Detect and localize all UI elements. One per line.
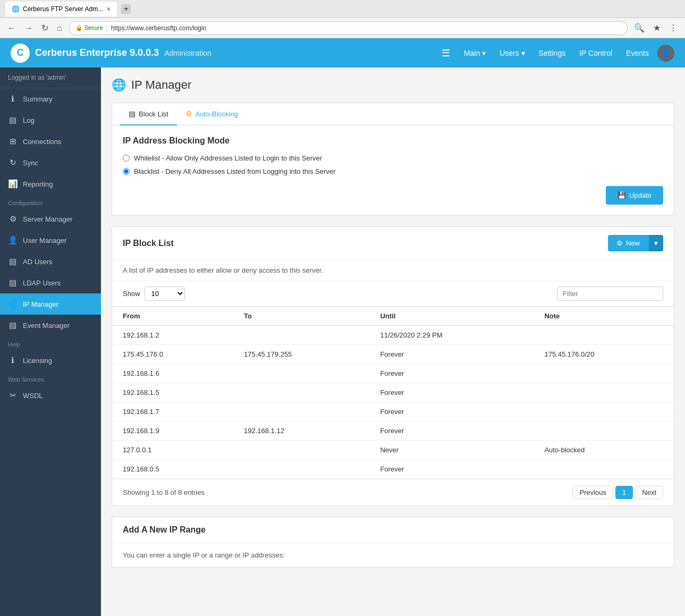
- block-mode-card: ▤ Block List ⚙ Auto-Blocking IP Address …: [112, 103, 674, 216]
- logo-icon: C: [11, 44, 30, 63]
- cell-note: [534, 383, 674, 402]
- table-row[interactable]: 192.168.1.5 Forever: [112, 383, 674, 402]
- blacklist-radio[interactable]: [123, 168, 130, 175]
- home-btn[interactable]: ⌂: [55, 21, 64, 35]
- sidebar-item-label: Summary: [23, 95, 53, 103]
- cell-from: 192.168.1.2: [112, 326, 233, 345]
- users-menu-btn[interactable]: Users ▾: [494, 46, 530, 61]
- cell-to: [233, 364, 369, 383]
- blacklist-option[interactable]: Blacklist - Deny All Addresses Listed fr…: [123, 167, 663, 175]
- sidebar-item-licensing[interactable]: ℹ Licensing: [0, 350, 101, 371]
- main-menu-btn[interactable]: Main ▾: [459, 46, 491, 61]
- table-row[interactable]: 192.168.1.6 Forever: [112, 364, 674, 383]
- sidebar: Logged in as 'admin' ℹ Summary ▤ Log ⊞ C…: [0, 67, 101, 616]
- ip-control-btn[interactable]: IP Control: [574, 46, 618, 61]
- hamburger-btn[interactable]: ☰: [436, 44, 455, 62]
- cell-note: [534, 421, 674, 441]
- cell-to: 175.45.179.255: [233, 345, 369, 364]
- add-ip-header: Add A New IP Range: [112, 517, 674, 543]
- filter-input[interactable]: [557, 286, 663, 301]
- whitelist-radio[interactable]: [123, 155, 130, 162]
- back-btn[interactable]: ←: [5, 21, 18, 35]
- cell-to: [233, 441, 369, 460]
- new-tab-btn[interactable]: +: [121, 4, 131, 14]
- browser-nav-bar: ← → ↻ ⌂ 🔒 Secure | https://www.cerberusf…: [0, 18, 685, 38]
- url-text: https://www.cerberusftp.com/login: [111, 24, 206, 32]
- sidebar-item-label: Server Manager: [23, 215, 72, 223]
- col-note: Note: [534, 307, 674, 326]
- sync-icon: ↻: [8, 158, 18, 167]
- sidebar-item-ad-users[interactable]: ▤ AD Users: [0, 251, 101, 272]
- webservices-section-label: Web Services: [0, 371, 101, 385]
- tab-close-icon[interactable]: ×: [106, 5, 111, 13]
- sidebar-item-wsdl[interactable]: ✂ WSDL: [0, 385, 101, 406]
- col-to: To: [233, 307, 369, 326]
- cell-to: [233, 460, 369, 479]
- sidebar-item-log[interactable]: ▤ Log: [0, 109, 101, 131]
- new-btn-dropdown[interactable]: ▾: [648, 235, 663, 251]
- main-layout: Logged in as 'admin' ℹ Summary ▤ Log ⊞ C…: [0, 67, 685, 616]
- secure-badge: 🔒 Secure: [75, 24, 103, 31]
- sidebar-item-user-manager[interactable]: 👤 User Manager: [0, 230, 101, 251]
- cell-until: Forever: [369, 402, 534, 421]
- sidebar-item-label: Licensing: [23, 357, 52, 365]
- page-1-btn[interactable]: 1: [615, 486, 633, 499]
- cell-to: [233, 383, 369, 402]
- gear-icon: ⚙: [616, 239, 623, 247]
- cell-note: [534, 460, 674, 479]
- table-row[interactable]: 192.168.1.9 192.168.1.12 Forever: [112, 421, 674, 441]
- connections-icon: ⊞: [8, 137, 18, 146]
- page-title-text: IP Manager: [131, 78, 191, 92]
- search-icon[interactable]: 🔍: [632, 21, 647, 35]
- col-from: From: [112, 307, 233, 326]
- table-row[interactable]: 192.168.0.5 Forever: [112, 460, 674, 479]
- tab-block-list[interactable]: ▤ Block List: [120, 103, 177, 125]
- hamburger-icon: ☰: [442, 47, 450, 59]
- table-row[interactable]: 127.0.0.1 Never Auto-blocked: [112, 441, 674, 460]
- cell-to: 192.168.1.12: [233, 421, 369, 441]
- whitelist-option[interactable]: Whitelist - Allow Only Addresses Listed …: [123, 154, 663, 162]
- table-row[interactable]: 175.45.176.0 175.45.179.255 Forever 175.…: [112, 345, 674, 364]
- block-list-tab-icon: ▤: [129, 109, 136, 118]
- sidebar-item-ip-manager[interactable]: 🌐 IP Manager: [0, 293, 101, 315]
- cell-note: 175.45.176.0/20: [534, 345, 674, 364]
- sidebar-item-ldap-users[interactable]: ▤ LDAP Users: [0, 272, 101, 293]
- server-manager-icon: ⚙: [8, 214, 18, 224]
- user-avatar[interactable]: 👤: [657, 45, 674, 62]
- blocking-mode-options: Whitelist - Allow Only Addresses Listed …: [123, 154, 663, 175]
- browser-menu-icon[interactable]: ⋮: [667, 21, 680, 35]
- tab-auto-blocking[interactable]: ⚙ Auto-Blocking: [177, 103, 247, 125]
- cell-until: Forever: [369, 460, 534, 479]
- cell-to: [233, 326, 369, 345]
- show-select[interactable]: 10 25 50 100: [145, 286, 185, 301]
- sidebar-item-event-manager[interactable]: ▤ Event Manager: [0, 315, 101, 336]
- browser-tab[interactable]: 🌐 Cerberus FTP Server Adm... ×: [5, 2, 117, 16]
- sidebar-item-connections[interactable]: ⊞ Connections: [0, 131, 101, 152]
- cell-until: Forever: [369, 421, 534, 441]
- help-section-label: Help: [0, 336, 101, 350]
- cell-note: Auto-blocked: [534, 441, 674, 460]
- bookmark-icon[interactable]: ★: [651, 21, 663, 35]
- update-button[interactable]: 💾 Update: [606, 186, 663, 205]
- forward-btn[interactable]: →: [22, 21, 35, 35]
- table-row[interactable]: 192.168.1.7 Forever: [112, 402, 674, 421]
- reporting-icon: 📊: [8, 179, 18, 189]
- add-ip-title: Add A New IP Range: [123, 525, 206, 534]
- sidebar-item-summary[interactable]: ℹ Summary: [0, 88, 101, 109]
- col-until: Until: [369, 307, 534, 326]
- prev-btn[interactable]: Previous: [572, 486, 613, 499]
- next-btn[interactable]: Next: [635, 486, 663, 499]
- sidebar-item-label: User Manager: [23, 237, 66, 244]
- events-btn[interactable]: Events: [621, 46, 654, 61]
- table-row[interactable]: 192.168.1.2 11/26/2020 2:29 PM: [112, 326, 674, 345]
- address-bar[interactable]: 🔒 Secure | https://www.cerberusftp.com/l…: [69, 21, 628, 35]
- cell-from: 192.168.1.9: [112, 421, 233, 441]
- update-btn-label: Update: [629, 191, 652, 199]
- new-button[interactable]: ⚙ New: [608, 235, 648, 251]
- sidebar-item-sync[interactable]: ↻ Sync: [0, 152, 101, 173]
- sidebar-item-server-manager[interactable]: ⚙ Server Manager: [0, 208, 101, 230]
- sidebar-item-reporting[interactable]: 📊 Reporting: [0, 173, 101, 195]
- settings-btn[interactable]: Settings: [534, 46, 571, 61]
- cell-note: [534, 402, 674, 421]
- refresh-btn[interactable]: ↻: [39, 21, 50, 35]
